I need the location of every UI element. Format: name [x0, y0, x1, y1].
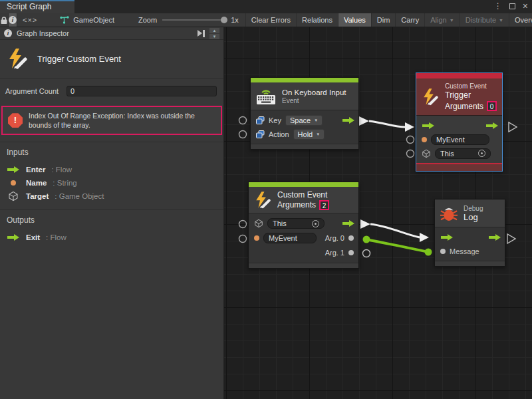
- event-strip: [249, 182, 358, 187]
- flow-in-port[interactable]: [440, 233, 454, 241]
- string-port-icon[interactable]: [422, 137, 427, 142]
- flow-arrow-icon: [7, 233, 20, 241]
- port-arg1-outer[interactable]: [363, 250, 370, 257]
- outputs-header: Outputs: [7, 215, 217, 225]
- align-button[interactable]: Align▼: [425, 13, 460, 27]
- relations-button[interactable]: Relations: [297, 13, 338, 27]
- zoom-slider-handle[interactable]: [221, 17, 227, 23]
- port-arg0-connected[interactable]: [363, 236, 370, 243]
- lock-button[interactable]: [0, 13, 9, 27]
- node-kind: Custom Event: [445, 82, 497, 90]
- target-row: This: [416, 146, 502, 160]
- event-name-field[interactable]: MyEvent: [263, 233, 317, 243]
- flow-out-port[interactable]: [342, 116, 355, 124]
- gameobject-icon: [60, 16, 69, 24]
- input-row-enter: Enter: Flow: [7, 163, 217, 176]
- overview-button[interactable]: Overv: [509, 13, 532, 27]
- values-button[interactable]: Values: [338, 13, 372, 27]
- chevron-down-icon: ▼: [450, 18, 454, 23]
- port-this-outer[interactable]: [239, 221, 247, 228]
- window-menu-icon[interactable]: ⋮: [494, 1, 502, 11]
- graph-canvas[interactable]: On Keyboard Input Event Key Space▼: [224, 27, 532, 399]
- lock-icon: [0, 16, 8, 25]
- node-debug-log[interactable]: Debug Log Message: [434, 199, 505, 267]
- action-label: Action: [269, 130, 289, 138]
- flow-out-port[interactable]: [485, 122, 499, 130]
- arguments-label: Arguments: [277, 200, 316, 209]
- action-dropdown[interactable]: Hold▼: [293, 129, 325, 140]
- code-view-button[interactable]: <×>: [17, 13, 43, 27]
- message-port-icon[interactable]: [440, 249, 446, 254]
- arg1-port-icon[interactable]: [348, 250, 354, 255]
- port-trigger-target-outer[interactable]: [407, 150, 414, 158]
- node-footer: [249, 263, 358, 268]
- input-row-name: Name: String: [7, 176, 217, 190]
- tab-script-graph[interactable]: Script Graph: [0, 0, 74, 13]
- arguments-count-badge[interactable]: 0: [487, 101, 497, 111]
- carry-button[interactable]: Carry: [396, 13, 425, 27]
- zoom-slider[interactable]: [162, 19, 225, 21]
- object-picker-icon[interactable]: [478, 150, 485, 157]
- dim-button[interactable]: Dim: [372, 13, 396, 27]
- zoom-value: 1x: [231, 16, 239, 24]
- arg0-label: Arg. 0: [325, 234, 344, 242]
- port-message-connected[interactable]: [425, 249, 432, 256]
- gameobject-cube-icon[interactable]: [422, 149, 431, 158]
- key-row: Key Space▼: [251, 113, 358, 127]
- port-trigger-exit-outer[interactable]: [509, 122, 517, 132]
- wire-arguments-to-debug[interactable]: [370, 224, 420, 237]
- node-trigger-custom-event[interactable]: Custom Event Trigger Arguments 0 MyEvent: [416, 72, 503, 172]
- close-icon[interactable]: ×: [523, 1, 528, 11]
- string-port-icon[interactable]: [254, 235, 259, 241]
- target-field[interactable]: This: [435, 148, 491, 159]
- graph-toolbar: i <×> GameObject Zoom 1x Clear Errors Re…: [0, 13, 532, 27]
- message-row: Message: [435, 244, 505, 258]
- flow-in-port[interactable]: [422, 122, 435, 130]
- inputs-header: Inputs: [7, 148, 217, 157]
- argument-count-input[interactable]: [66, 86, 217, 96]
- gameobject-cube-icon[interactable]: [254, 219, 263, 228]
- wire-arg0-to-message[interactable]: [366, 239, 428, 252]
- arguments-count-badge[interactable]: 2: [319, 200, 329, 210]
- title-bar: Script Graph ⋮ ×: [0, 0, 532, 13]
- flow-arrow-icon: [7, 166, 20, 174]
- port-action-outer[interactable]: [239, 131, 247, 138]
- literal-icon: [256, 116, 265, 124]
- target-field[interactable]: This: [267, 218, 325, 229]
- panel-scroll-stepper[interactable]: ▲▼: [209, 28, 219, 39]
- inspector-toggle-button[interactable]: i: [9, 13, 17, 27]
- dock-panel-icon[interactable]: [198, 30, 205, 37]
- key-label: Key: [269, 116, 281, 124]
- custom-event-icon: [7, 48, 28, 69]
- node-footer: [435, 261, 505, 266]
- gameobject-selector[interactable]: GameObject: [43, 13, 121, 27]
- error-strip: [416, 73, 502, 78]
- node-custom-event-arguments[interactable]: Custom Event Arguments 2 This: [248, 182, 359, 269]
- port-debug-exit-outer[interactable]: [507, 234, 515, 243]
- event-name-field[interactable]: MyEvent: [431, 134, 489, 145]
- literal-icon: [256, 130, 265, 138]
- key-dropdown[interactable]: Space▼: [285, 115, 323, 126]
- wire-start-keyboard-flow[interactable]: [359, 116, 369, 126]
- distribute-button[interactable]: Distribute▼: [460, 13, 509, 27]
- flow-out-port[interactable]: [488, 233, 501, 241]
- port-key-outer[interactable]: [239, 117, 247, 124]
- wire-start-arguments-flow[interactable]: [360, 219, 370, 229]
- maximize-icon[interactable]: [509, 3, 515, 9]
- clear-errors-button[interactable]: Clear Errors: [246, 13, 297, 27]
- arg0-port-icon[interactable]: [348, 235, 354, 241]
- port-myevent-outer[interactable]: [239, 235, 247, 243]
- node-title: On Keyboard Input: [282, 88, 346, 96]
- node-on-keyboard-input[interactable]: On Keyboard Input Event Key Space▼: [250, 77, 359, 150]
- event-name-row: MyEvent: [416, 132, 502, 146]
- event-name-row: MyEvent Arg. 0: [249, 231, 358, 245]
- bug-icon: [440, 205, 458, 222]
- error-message-box: ! Index Out Of Range Exception: Index wa…: [1, 106, 222, 135]
- wire-keyboard-to-trigger[interactable]: [369, 121, 405, 127]
- object-picker-icon[interactable]: [312, 220, 319, 227]
- flow-row: [416, 118, 502, 132]
- flow-out-port[interactable]: [342, 219, 355, 227]
- port-trigger-name-outer[interactable]: [407, 136, 414, 144]
- wire-arrowhead: [405, 122, 414, 132]
- argument-count-label: Argument Count: [5, 87, 66, 95]
